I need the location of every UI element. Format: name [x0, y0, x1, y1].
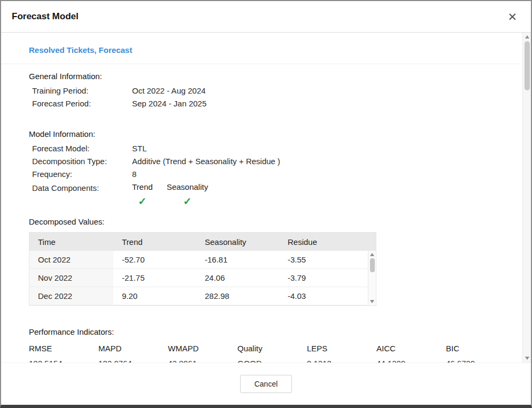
forecast-period-label: Forecast Period: — [32, 97, 132, 110]
indicator-value: 46.6729 — [446, 359, 515, 363]
data-components-label: Data Components: — [32, 182, 132, 195]
triangle-down-icon — [370, 300, 374, 303]
table-body: Oct 2022 -52.70 -16.81 -3.55 Nov 2022 -2… — [29, 251, 376, 305]
forecast-model-dialog: Forecast Model ✕ Resolved Tickets, Forec… — [0, 0, 532, 408]
indicator-value: GOOD — [237, 359, 307, 363]
indicator-aicc: AICC 44.1309 — [376, 344, 446, 363]
indicators-row: RMSE 182.5154 MAPD 123.0764 WMAPD 43.896… — [29, 344, 504, 363]
info-row-decomposition-type: Decomposition Type: Additive (Trend + Se… — [29, 155, 504, 168]
close-icon[interactable]: ✕ — [507, 11, 517, 22]
indicator-label: MAPD — [98, 344, 168, 353]
cell-seasonality: -16.81 — [196, 251, 279, 268]
indicator-value: 182.5154 — [29, 359, 98, 363]
table-header-time: Time — [29, 237, 113, 247]
table-row: Nov 2022 -21.75 24.06 -3.79 — [29, 269, 368, 287]
training-period-value: Oct 2022 - Aug 2024 — [132, 84, 206, 97]
scrollbar-thumb[interactable] — [525, 41, 530, 90]
general-info-section: General Information: Training Period: Oc… — [29, 72, 504, 110]
indicator-label: Quality — [237, 344, 307, 353]
model-info-heading: Model Information: — [29, 129, 504, 138]
table-header-trend: Trend — [113, 237, 196, 247]
cancel-button[interactable]: Cancel — [240, 375, 292, 393]
frequency-label: Frequency: — [32, 168, 132, 181]
training-period-label: Training Period: — [32, 84, 132, 97]
report-link[interactable]: Resolved Tickets, Forecast — [29, 45, 132, 55]
info-row-forecast-period: Forecast Period: Sep 2024 - Jan 2025 — [29, 97, 504, 110]
cell-residue: -3.79 — [279, 269, 368, 287]
triangle-up-icon — [525, 35, 529, 39]
cell-time: Dec 2022 — [29, 287, 113, 305]
indicator-rmse: RMSE 182.5154 — [29, 344, 98, 363]
info-row-forecast-model: Forecast Model: STL — [29, 142, 504, 155]
component-trend-name: Trend — [132, 182, 153, 193]
indicator-label: RMSE — [29, 344, 98, 353]
table-scroll-up-button[interactable] — [368, 251, 376, 258]
indicator-value: 43.8961 — [168, 359, 237, 363]
indicator-label: WMAPD — [168, 344, 237, 353]
decomposition-type-label: Decomposition Type: — [32, 155, 132, 168]
info-row-training-period: Training Period: Oct 2022 - Aug 2024 — [29, 84, 504, 97]
table-scroll-down-button[interactable] — [368, 298, 376, 305]
indicator-bic: BIC 46.6729 — [446, 344, 515, 363]
indicator-value: 44.1309 — [376, 359, 446, 363]
dialog-footer: Cancel — [1, 363, 531, 405]
model-info-section: Model Information: Forecast Model: STL D… — [29, 129, 504, 209]
performance-indicators-heading: Performance Indicators: — [29, 327, 504, 336]
frequency-value: 8 — [132, 168, 136, 181]
decomposition-type-value: Additive (Trend + Seasonality + Residue … — [132, 155, 280, 168]
indicator-leps: LEPS 0.1312 — [307, 344, 376, 363]
decomposed-values-table: Time Trend Seasonality Residue Oct 2022 … — [29, 232, 376, 306]
cell-trend: -52.70 — [113, 251, 196, 268]
performance-indicators-section: Performance Indicators: RMSE 182.5154 MA… — [29, 327, 504, 363]
table-row: Dec 2022 9.20 282.98 -4.03 — [29, 287, 368, 305]
indicator-label: LEPS — [307, 344, 376, 353]
component-seasonality-name: Seasonality — [167, 182, 209, 193]
table-header-row: Time Trend Seasonality Residue — [29, 233, 376, 251]
table-scrollbar[interactable] — [368, 251, 376, 305]
dialog-titlebar: Forecast Model ✕ — [1, 1, 531, 33]
check-icon: ✓ — [138, 196, 147, 206]
dialog-body: Resolved Tickets, Forecast General Infor… — [1, 33, 531, 363]
info-row-data-components: Data Components: Trend ✓ Seasonality ✓ — [29, 182, 504, 209]
table-header-seasonality: Seasonality — [196, 237, 279, 247]
cell-time: Oct 2022 — [29, 251, 113, 268]
table-row: Oct 2022 -52.70 -16.81 -3.55 — [29, 251, 368, 269]
forecast-period-value: Sep 2024 - Jan 2025 — [132, 97, 206, 110]
cell-seasonality: 24.06 — [196, 269, 279, 287]
decomposed-values-section: Decomposed Values: Time Trend Seasonalit… — [29, 217, 504, 306]
dialog-scrollbar[interactable] — [522, 33, 531, 363]
table-scrollbar-thumb[interactable] — [370, 258, 375, 272]
table-header-residue: Residue — [279, 237, 376, 247]
check-icon: ✓ — [183, 196, 191, 206]
indicator-mapd: MAPD 123.0764 — [98, 344, 168, 363]
dialog-sections: General Information: Training Period: Oc… — [1, 64, 520, 363]
cell-residue: -4.03 — [279, 287, 368, 305]
triangle-down-icon — [525, 357, 529, 360]
cell-trend: -21.75 — [113, 269, 196, 287]
indicator-label: AICC — [376, 344, 446, 353]
indicator-wmapd: WMAPD 43.8961 — [168, 344, 237, 363]
scroll-content: Resolved Tickets, Forecast General Infor… — [1, 33, 531, 363]
indicator-value: 0.1312 — [307, 359, 376, 363]
scroll-down-button[interactable] — [523, 354, 531, 363]
decomposed-values-heading: Decomposed Values: — [29, 217, 504, 226]
indicator-quality: Quality GOOD — [237, 344, 307, 363]
indicator-label: BIC — [446, 344, 515, 353]
report-link-row: Resolved Tickets, Forecast — [1, 33, 520, 64]
cell-residue: -3.55 — [279, 251, 368, 268]
cell-time: Nov 2022 — [29, 269, 113, 287]
scroll-up-button[interactable] — [523, 33, 531, 41]
forecast-model-label: Forecast Model: — [32, 142, 132, 155]
info-row-frequency: Frequency: 8 — [29, 168, 504, 181]
general-info-heading: General Information: — [29, 72, 504, 81]
indicator-value: 123.0764 — [98, 359, 168, 363]
component-trend: Trend ✓ — [132, 182, 153, 209]
forecast-model-value: STL — [132, 142, 147, 155]
dialog-title: Forecast Model — [12, 11, 79, 22]
cell-trend: 9.20 — [113, 287, 196, 305]
cell-seasonality: 282.98 — [196, 287, 279, 305]
component-seasonality: Seasonality ✓ — [167, 182, 209, 209]
triangle-up-icon — [370, 253, 374, 256]
